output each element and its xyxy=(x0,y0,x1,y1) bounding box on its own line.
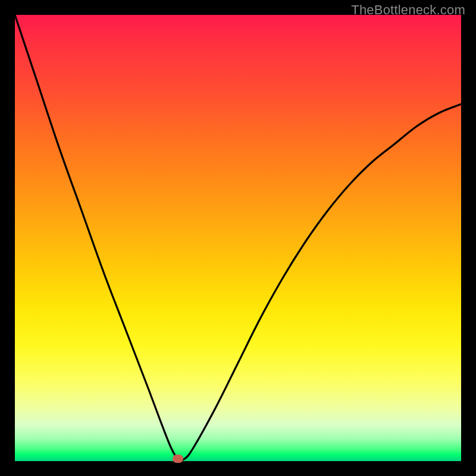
watermark-text: TheBottleneck.com xyxy=(351,2,465,18)
chart-container: TheBottleneck.com xyxy=(0,0,476,476)
bottleneck-curve xyxy=(15,15,461,461)
optimal-point-marker xyxy=(173,455,183,463)
plot-area xyxy=(15,15,461,461)
